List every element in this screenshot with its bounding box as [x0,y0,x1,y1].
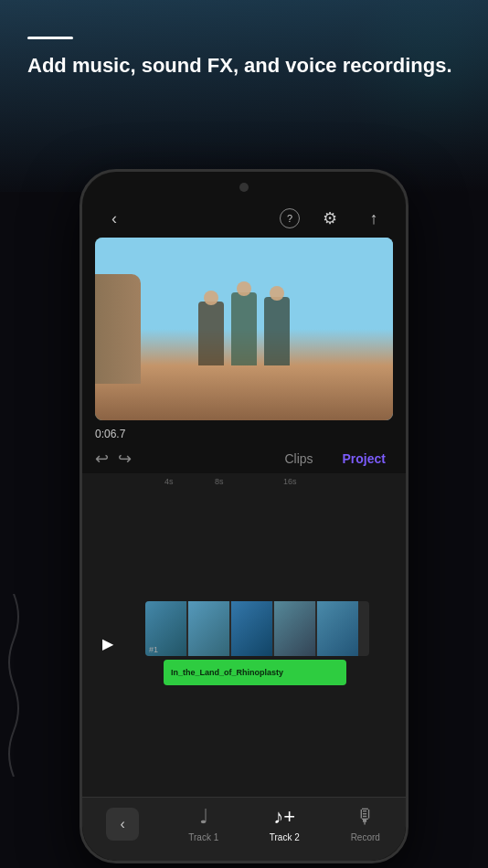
video-track[interactable]: #1 [145,601,369,656]
timeline-area: 4s 8s 16s ▶ [82,473,406,797]
track-number-label: #1 [149,645,158,654]
clip-thumb-2 [188,601,229,656]
person-1 [198,302,224,365]
track1-label: Track 1 [188,832,218,842]
tab-project[interactable]: Project [335,448,393,470]
back-icon: ‹ [121,816,125,832]
audio-track-row: In_the_Land_of_Rhinoplasty [145,660,400,685]
clip-thumb-5 [317,601,358,656]
hero-decoration-line [27,37,73,39]
audio-track[interactable]: In_the_Land_of_Rhinoplasty [164,660,346,685]
person-2 [231,292,257,365]
clip-thumb-4 [274,601,315,656]
hero-title: Add music, sound FX, and voice recording… [27,52,461,79]
track2-icon: ♪+ [273,805,295,829]
phone-camera [239,183,249,192]
settings-button[interactable]: ⚙ [316,208,344,228]
back-button[interactable]: ‹ [101,209,128,228]
decorative-wave [0,594,27,777]
video-track-row: #1 [145,601,400,656]
video-timestamp: 0:06.7 [82,420,406,444]
nav-track2[interactable]: ♪+ Track 2 [244,805,325,842]
top-bar: ‹ ? ⚙ ↑ [82,172,406,238]
clip-thumb-3 [231,601,272,656]
timeline-content: ▶ [82,490,406,797]
cliff-decoration [95,274,141,384]
top-bar-right: ? ⚙ ↑ [280,208,387,228]
video-preview-inner [95,238,393,420]
phone-screen: ‹ ? ⚙ ↑ 0:06.7 [82,172,406,861]
ruler-mark-8s: 8s [215,477,224,486]
nav-back-button[interactable]: ‹ [106,808,139,841]
nav-back[interactable]: ‹ [82,808,164,841]
help-button[interactable]: ? [280,208,300,228]
video-clip-group [145,601,358,656]
phone-frame: ‹ ? ⚙ ↑ 0:06.7 [80,169,408,863]
ruler-mark-16s: 16s [283,477,297,486]
undo-redo-group: ↩ ↪ [95,449,132,469]
hero-background [0,0,488,192]
record-icon: 🎙 [355,805,376,829]
play-button-area: ▶ [82,629,133,658]
redo-button[interactable]: ↪ [118,449,132,469]
people-group [198,292,290,365]
tab-bar: ↩ ↪ Clips Project [82,444,406,473]
person-3 [264,297,290,365]
track2-label: Track 2 [270,832,300,842]
timeline-ruler: 4s 8s 16s [82,473,406,490]
tab-clips[interactable]: Clips [277,448,320,470]
nav-record[interactable]: 🎙 Record [325,805,407,842]
audio-track-label: In_the_Land_of_Rhinoplasty [171,668,283,677]
share-button[interactable]: ↑ [360,209,387,228]
beach-scene [95,238,393,420]
hero-text-area: Add music, sound FX, and voice recording… [27,37,461,79]
track1-icon: ♩ [199,805,208,829]
ruler-mark-4s: 4s [164,477,174,486]
timeline-tracks-wrapper: #1 In_the_Land_of_Rhinoplasty [133,598,406,689]
nav-track1[interactable]: ♩ Track 1 [164,805,245,842]
record-label: Record [351,832,380,842]
undo-button[interactable]: ↩ [95,449,109,469]
video-preview [95,238,393,420]
play-button[interactable]: ▶ [93,629,122,658]
bottom-nav: ‹ ♩ Track 1 ♪+ Track 2 🎙 Record [82,797,406,861]
